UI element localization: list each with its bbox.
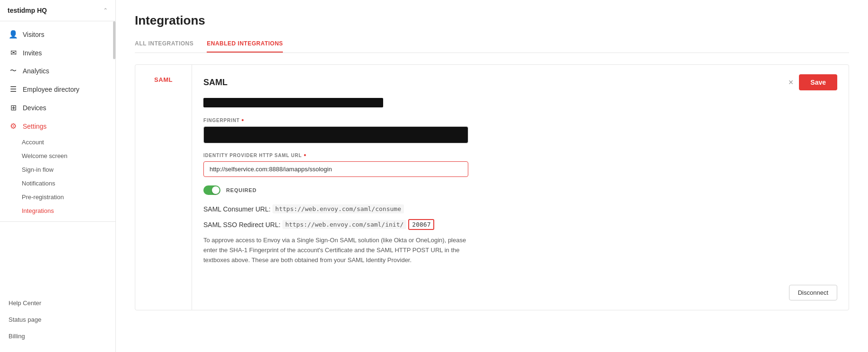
sidebar-item-invites[interactable]: ✉ Invites [0,44,115,62]
saml-card-sidebar: SAML [135,65,192,310]
sidebar-item-pre-registration[interactable]: Pre-registration [0,190,115,204]
required-toggle[interactable] [203,185,220,195]
idp-url-input[interactable] [203,161,468,177]
employee-directory-icon: ☰ [9,85,18,94]
sidebar-item-label: Visitors [23,31,44,38]
sidebar-nav: 👤 Visitors ✉ Invites 〜 Analytics ☰ Emplo… [0,21,115,291]
sidebar-item-status-page[interactable]: Status page [0,311,115,328]
sidebar-item-employee-directory[interactable]: ☰ Employee directory [0,80,115,98]
sidebar-item-devices[interactable]: ⊞ Devices [0,98,115,117]
fingerprint-input[interactable] [203,126,468,143]
sidebar-item-integrations[interactable]: Integrations [0,204,115,218]
tab-all-integrations[interactable]: All Integrations [135,35,193,53]
fingerprint-label: FINGERPRINT • [203,117,837,123]
idp-url-required-dot: • [304,152,307,158]
main-header: Integrations All Integrations Enabled In… [116,0,868,53]
visitors-icon: 👤 [9,30,18,39]
integrations-content: SAML SAML × Save FINGERPRINT • [116,53,868,352]
sidebar-item-notifications[interactable]: Notifications [0,176,115,190]
consumer-url-row: SAML Consumer URL: https://web.envoy.com… [203,204,837,213]
sidebar-item-label: Invites [23,49,42,57]
sidebar-divider [0,221,115,222]
fingerprint-value-redacted [210,132,351,138]
sidebar-header[interactable]: testidmp HQ ⌃ [0,0,115,21]
devices-icon: ⊞ [9,103,18,112]
sso-redirect-prefix: https://web.envoy.com/saml/init/ [282,220,406,229]
saml-name-field-redacted [203,98,383,107]
sidebar-item-sign-in-flow[interactable]: Sign-in flow [0,163,115,176]
sso-redirect-id: 20867 [408,219,434,230]
invites-icon: ✉ [9,48,18,57]
saml-actions: × Save [789,74,837,90]
close-button[interactable]: × [789,78,794,87]
saml-card: SAML SAML × Save FINGERPRINT • [135,64,849,310]
saml-name: SAML [203,78,228,88]
sidebar-item-help-center[interactable]: Help Center [0,295,115,311]
page-title: Integrations [135,13,849,28]
sidebar-item-label: Devices [23,104,46,112]
sidebar-item-label: Employee directory [23,86,79,93]
sidebar-bottom: Help Center Status page Billing [0,291,115,352]
tabs: All Integrations Enabled Integrations [135,35,849,53]
fingerprint-required-dot: • [242,117,245,123]
consumer-url-value: https://web.envoy.com/saml/consume [272,204,404,213]
saml-top-row: SAML × Save [203,74,837,90]
save-button[interactable]: Save [799,74,837,90]
sso-redirect-url-row: SAML SSO Redirect URL: https://web.envoy… [203,219,837,230]
settings-sub-nav: Account Welcome screen Sign-in flow Noti… [0,135,115,218]
sidebar-item-label: Settings [23,123,47,130]
required-toggle-label: REQUIRED [226,187,256,193]
analytics-icon: 〜 [9,67,18,75]
sidebar-item-billing[interactable]: Billing [0,328,115,344]
org-chevron-icon: ⌃ [103,7,108,14]
saml-sidebar-label: SAML [154,76,173,83]
consumer-url-key: SAML Consumer URL: [203,205,271,213]
tab-enabled-integrations[interactable]: Enabled Integrations [207,35,283,53]
sidebar-item-label: Analytics [23,67,49,75]
sidebar-item-analytics[interactable]: 〜 Analytics [0,62,115,80]
scroll-indicator [113,21,115,59]
sidebar-item-label: Billing [9,333,25,340]
org-name: testidmp HQ [8,7,47,14]
main-content-area: Integrations All Integrations Enabled In… [116,0,868,352]
sidebar-item-account[interactable]: Account [0,135,115,149]
toggle-knob [212,186,219,194]
sidebar: testidmp HQ ⌃ 👤 Visitors ✉ Invites 〜 Ana… [0,0,116,352]
sidebar-item-label: Help Center [9,299,41,307]
saml-description: To approve access to Envoy via a Single … [203,236,468,265]
required-toggle-row: REQUIRED [203,185,837,195]
sidebar-item-settings[interactable]: ⚙ Settings [0,117,115,135]
sidebar-item-visitors[interactable]: 👤 Visitors [0,25,115,44]
idp-url-label: IDENTITY PROVIDER HTTP SAML URL • [203,152,837,158]
saml-card-body: SAML × Save FINGERPRINT • [192,65,849,310]
settings-icon: ⚙ [9,122,18,131]
disconnect-button[interactable]: Disconnect [789,285,837,300]
sidebar-item-label: Status page [9,316,41,323]
sidebar-item-welcome-screen[interactable]: Welcome screen [0,149,115,163]
sso-redirect-key: SAML SSO Redirect URL: [203,221,281,229]
